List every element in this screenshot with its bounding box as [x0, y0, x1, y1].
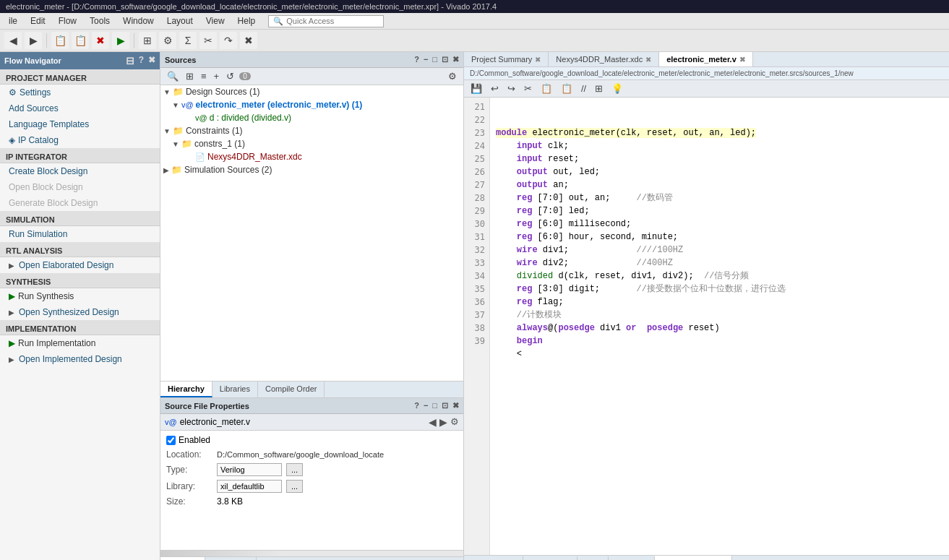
btm-tab-messages[interactable]: Messages	[523, 556, 577, 560]
sources-tab-compile-order[interactable]: Compile Order	[258, 382, 325, 397]
sources-minimize[interactable]: −	[424, 55, 428, 64]
ed-bulb-btn[interactable]: 💡	[609, 82, 625, 95]
sfp-forward-btn[interactable]: ▶	[439, 416, 447, 428]
btm-tab-design-runs[interactable]: Design Runs ✖	[655, 556, 732, 560]
nav-collapse-icon[interactable]: ⊟	[126, 55, 134, 66]
nav-open-implemented-design[interactable]: ▶ Open Implemented Design	[0, 351, 160, 367]
nav-language-templates[interactable]: Language Templates	[0, 116, 160, 132]
menu-help[interactable]: Help	[232, 14, 262, 27]
sfp-settings-btn[interactable]: ⚙	[450, 416, 459, 428]
tb-settings[interactable]: ⚙	[159, 32, 176, 49]
sfp-minimize[interactable]: −	[424, 401, 428, 410]
ed-redo-btn[interactable]: ↪	[505, 82, 518, 95]
sfp-close[interactable]: ✖	[452, 401, 459, 410]
btm-tab-log[interactable]: Log	[577, 556, 609, 560]
menu-file[interactable]: ile	[3, 14, 23, 27]
tree-nexys-xdc[interactable]: 📄 Nexys4DDR_Master.xdc	[160, 150, 463, 163]
search-icon: 🔍	[273, 17, 283, 26]
sfp-type-browse[interactable]: ...	[286, 463, 303, 476]
sources-search-btn[interactable]: 🔍	[165, 70, 181, 82]
sources-restore[interactable]: □	[432, 55, 437, 64]
sources-max[interactable]: ⊡	[442, 55, 448, 64]
tab-electronic-meter[interactable]: electronic_meter.v ✖	[659, 52, 753, 66]
sfp-scrollbar[interactable]	[160, 551, 463, 556]
nav-run-synthesis[interactable]: ▶ Run Synthesis	[0, 288, 160, 304]
tb-back[interactable]: ◀	[4, 32, 22, 49]
nav-open-synthesized-design[interactable]: ▶ Open Synthesized Design	[0, 304, 160, 320]
sfp-tab-properties[interactable]: Properties	[205, 557, 257, 560]
tb-close[interactable]: ✖	[92, 32, 109, 49]
sources-tab-libraries[interactable]: Libraries	[212, 382, 258, 397]
tb-close2[interactable]: ✖	[240, 32, 257, 49]
nav-run-simulation[interactable]: Run Simulation	[0, 226, 160, 242]
tab-nexys-xdc-close[interactable]: ✖	[645, 56, 651, 64]
sources-tab-hierarchy[interactable]: Hierarchy	[160, 382, 212, 397]
tb-sigma[interactable]: Σ	[179, 32, 197, 49]
menu-edit[interactable]: Edit	[25, 14, 51, 27]
sources-close[interactable]: ✖	[452, 55, 459, 64]
tab-project-summary[interactable]: Project Summary ✖	[464, 52, 549, 66]
tb-cut[interactable]: ✂	[199, 32, 217, 49]
sfp-library-input[interactable]	[217, 480, 282, 493]
tab-electronic-meter-close[interactable]: ✖	[739, 56, 745, 64]
btm-tab-reports[interactable]: Reports	[609, 556, 655, 560]
menu-tools[interactable]: Tools	[84, 14, 116, 27]
sources-refresh-btn[interactable]: ↺	[224, 70, 236, 82]
sources-collapse-btn[interactable]: ≡	[199, 70, 209, 82]
tb-grid[interactable]: ⊞	[139, 32, 156, 49]
nav-create-block-design[interactable]: Create Block Design	[0, 163, 160, 179]
tab-nexys-xdc[interactable]: Nexys4DDR_Master.xdc ✖	[549, 52, 659, 66]
nav-open-block-design[interactable]: Open Block Design	[0, 179, 160, 195]
sfp-library-browse[interactable]: ...	[286, 480, 303, 493]
menu-flow[interactable]: Flow	[53, 14, 82, 27]
tree-divided[interactable]: v@ d : divided (divided.v)	[160, 111, 463, 124]
nav-run-implementation[interactable]: ▶ Run Implementation	[0, 335, 160, 351]
nav-ip-catalog[interactable]: ◈ IP Catalog	[0, 132, 160, 148]
section-simulation: SIMULATION	[0, 211, 160, 226]
sfp-back-btn[interactable]: ◀	[429, 416, 437, 428]
ed-copy-btn[interactable]: 📋	[538, 82, 554, 95]
ed-undo-btn[interactable]: ↩	[489, 82, 501, 95]
tree-simulation-sources[interactable]: ▶ 📁 Simulation Sources (2)	[160, 163, 463, 176]
btm-tab-tcl-console[interactable]: Tcl Console	[464, 556, 523, 560]
ed-comment-btn[interactable]: //	[579, 82, 588, 95]
ed-grid-btn[interactable]: ⊞	[593, 82, 605, 95]
nav-settings[interactable]: ⚙ Settings	[0, 85, 160, 100]
menu-window[interactable]: Window	[117, 14, 160, 27]
sfp-type-input[interactable]	[217, 463, 282, 476]
tb-run[interactable]: ▶	[112, 32, 129, 49]
sources-add-btn[interactable]: +	[212, 70, 222, 82]
tb-forward[interactable]: ▶	[25, 32, 42, 49]
sfp-restore[interactable]: □	[432, 401, 437, 410]
quick-access-input[interactable]	[286, 17, 373, 25]
menu-view[interactable]: View	[200, 14, 231, 27]
sfp-tab-general[interactable]: General	[160, 557, 205, 560]
tb-copy1[interactable]: 📋	[51, 32, 69, 49]
sfp-enabled-checkbox[interactable]	[166, 436, 176, 445]
code-content[interactable]: module electronic_meter(clk, reset, out,…	[490, 98, 949, 555]
nav-close-icon[interactable]: ✖	[148, 55, 155, 66]
sources-settings-btn[interactable]: ⚙	[446, 70, 459, 82]
tree-constrs1[interactable]: ▼ 📁 constrs_1 (1)	[160, 137, 463, 150]
tree-constraints[interactable]: ▼ 📁 Constraints (1)	[160, 124, 463, 137]
sfp-max[interactable]: ⊡	[442, 401, 448, 410]
ed-save-btn[interactable]: 💾	[468, 82, 484, 95]
tab-project-summary-close[interactable]: ✖	[535, 56, 541, 64]
sfp-help[interactable]: ?	[414, 401, 419, 410]
sources-expand-btn[interactable]: ⊞	[184, 70, 196, 82]
sources-help[interactable]: ?	[414, 55, 419, 64]
nav-help-icon[interactable]: ?	[139, 55, 144, 66]
tb-copy2[interactable]: 📋	[72, 32, 89, 49]
nav-open-elaborated-design[interactable]: ▶ Open Elaborated Design	[0, 257, 160, 273]
quick-access-bar[interactable]: 🔍	[268, 15, 384, 27]
sfp-library-controls: ...	[217, 480, 303, 493]
ed-cut-btn[interactable]: ✂	[522, 82, 534, 95]
tree-electronic-meter[interactable]: ▼ v@ electronic_meter (electronic_meter.…	[160, 98, 463, 111]
tb-redo[interactable]: ↷	[220, 32, 237, 49]
tb-sep2	[134, 33, 134, 48]
ed-paste-btn[interactable]: 📋	[559, 82, 575, 95]
nav-add-sources[interactable]: Add Sources	[0, 100, 160, 116]
nav-generate-block-design[interactable]: Generate Block Design	[0, 195, 160, 211]
tree-design-sources[interactable]: ▼ 📁 Design Sources (1)	[160, 85, 463, 98]
menu-layout[interactable]: Layout	[161, 14, 199, 27]
